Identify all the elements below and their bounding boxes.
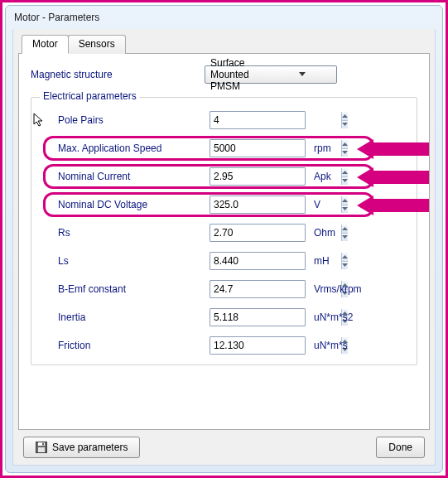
spinner-pole-pairs[interactable]	[341, 112, 348, 128]
row-nominal-vdc: Nominal DC Voltage V	[40, 191, 408, 219]
save-parameters-button[interactable]: Save parameters	[23, 437, 140, 458]
row-max-speed: Max. Application Speed rpm	[40, 134, 408, 162]
input-nominal-current[interactable]	[210, 167, 306, 186]
magnetic-structure-row: Magnetic structure Surface Mounted PMSM	[31, 65, 417, 84]
magnetic-structure-label: Magnetic structure	[31, 69, 205, 80]
input-bemf[interactable]	[210, 280, 306, 298]
tab-motor[interactable]: Motor	[22, 35, 69, 54]
spin-up-icon[interactable]	[342, 112, 348, 120]
svg-rect-2	[38, 447, 45, 452]
svg-rect-3	[42, 443, 44, 446]
input-nominal-vdc[interactable]	[210, 196, 306, 214]
magnetic-structure-select[interactable]: Surface Mounted PMSM	[205, 65, 337, 84]
row-pole-pairs: Pole Pairs	[40, 106, 408, 134]
row-ls: Ls mH	[40, 247, 408, 275]
chevron-down-icon	[272, 72, 333, 77]
input-friction[interactable]	[210, 336, 306, 355]
input-max-speed[interactable]	[210, 139, 306, 157]
electrical-parameters-legend: Electrical parameters	[40, 90, 140, 102]
unit-inertia: uN*m*s2	[306, 311, 380, 323]
unit-nominal-vdc: V	[306, 199, 380, 210]
row-friction: Friction uN*m*s	[40, 331, 408, 360]
tab-strip: Motor Sensors	[18, 35, 430, 54]
unit-friction: uN*m*s	[306, 340, 380, 351]
unit-nominal-current: Apk	[306, 171, 380, 182]
row-nominal-current: Nominal Current Apk	[40, 162, 408, 191]
label-nominal-current: Nominal Current	[40, 171, 210, 182]
input-inertia[interactable]	[210, 308, 306, 326]
save-parameters-label: Save parameters	[52, 442, 128, 453]
spin-down-icon[interactable]	[342, 120, 348, 129]
button-bar: Save parameters Done	[18, 430, 430, 458]
input-pole-pairs-field[interactable]	[210, 112, 341, 128]
row-bemf: B-Emf constant Vrms/krpm	[40, 275, 408, 303]
label-nominal-vdc: Nominal DC Voltage	[40, 199, 210, 210]
label-friction: Friction	[40, 340, 210, 351]
floppy-disk-icon	[36, 442, 47, 453]
tab-sensors[interactable]: Sensors	[68, 35, 126, 54]
electrical-parameters-group: Electrical parameters Pole Pairs	[31, 97, 417, 365]
input-ls[interactable]	[210, 252, 306, 270]
row-inertia: Inertia uN*m*s2	[40, 303, 408, 331]
magnetic-structure-value: Surface Mounted PMSM	[210, 57, 272, 92]
label-rs: Rs	[40, 227, 210, 239]
unit-bemf: Vrms/krpm	[306, 283, 380, 295]
row-rs: Rs Ohm	[40, 219, 408, 247]
cursor-icon	[33, 113, 45, 128]
label-inertia: Inertia	[40, 311, 210, 323]
annotation-outer-highlight: Motor - Parameters Motor Sensors Magneti…	[0, 0, 448, 478]
label-pole-pairs: Pole Pairs	[40, 114, 210, 126]
window-titlebar: Motor - Parameters	[6, 6, 442, 29]
unit-ls: mH	[306, 255, 380, 267]
client-area: Motor Sensors Magnetic structure Surface…	[12, 29, 436, 466]
done-label: Done	[388, 442, 412, 453]
label-bemf: B-Emf constant	[40, 283, 210, 295]
label-ls: Ls	[40, 255, 210, 267]
window-title: Motor - Parameters	[14, 12, 99, 23]
tab-panel-motor: Magnetic structure Surface Mounted PMSM …	[18, 53, 430, 430]
done-button[interactable]: Done	[376, 437, 425, 458]
label-max-speed: Max. Application Speed	[40, 142, 210, 154]
unit-rs: Ohm	[306, 227, 380, 239]
input-rs[interactable]	[210, 224, 306, 242]
dialog-window: Motor - Parameters Motor Sensors Magneti…	[5, 5, 443, 473]
input-pole-pairs[interactable]	[210, 111, 306, 129]
unit-max-speed: rpm	[306, 142, 380, 154]
